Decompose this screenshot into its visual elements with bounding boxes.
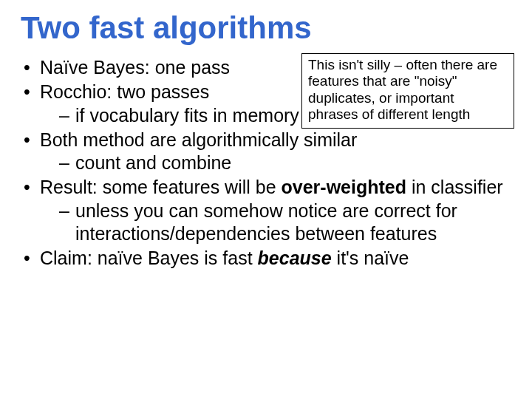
bullet-list: Naïve Bayes: one pass Rocchio: two passe… <box>21 56 511 270</box>
sub-item: unless you can somehow notice are correc… <box>59 200 511 246</box>
bullet-text: in classifier <box>406 177 503 197</box>
bullet-item: Claim: naïve Bayes is fast because it's … <box>21 247 511 270</box>
bullet-text: Result: some features will be <box>40 177 282 197</box>
bullet-text: Both method are algorithmically similar <box>40 129 357 150</box>
bullet-text: Rocchio: two passes <box>40 81 209 102</box>
bullet-text: Claim: naïve Bayes is fast <box>40 248 258 268</box>
sub-list: count and combine <box>40 151 511 174</box>
bold-italic-text: because <box>258 248 332 268</box>
sub-item: count and combine <box>59 151 511 174</box>
sub-item: if vocabulary fits in memory <box>59 104 511 127</box>
sub-list: unless you can somehow notice are correc… <box>40 200 511 246</box>
bullet-item: Rocchio: two passes if vocabulary fits i… <box>21 81 511 127</box>
bullet-item: Both method are algorithmically similar … <box>21 129 511 175</box>
slide-title: Two fast algorithms <box>21 10 511 46</box>
bold-text: over-weighted <box>282 177 406 197</box>
bullet-item: Naïve Bayes: one pass <box>21 56 511 79</box>
sub-list: if vocabulary fits in memory <box>40 104 511 127</box>
slide: Two fast algorithms This isn't silly – o… <box>0 0 532 270</box>
bullet-item: Result: some features will be over-weigh… <box>21 176 511 245</box>
bullet-text: it's naïve <box>332 248 409 268</box>
